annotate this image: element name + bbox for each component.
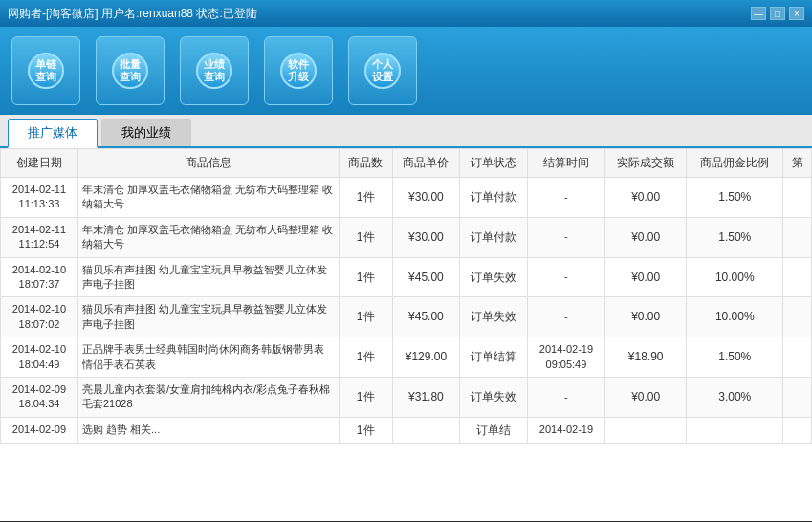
cell-actual-amount — [604, 417, 687, 444]
cell-date: 2014-02-10 18:07:02 — [1, 297, 78, 337]
cell-quantity: 1件 — [339, 337, 392, 378]
cell-status: 订单失效 — [460, 377, 528, 417]
cell-date: 2014-02-11 11:12:54 — [1, 217, 78, 257]
cell-unit-price: ¥30.00 — [392, 178, 460, 218]
cell-unit-price: ¥31.80 — [392, 377, 460, 417]
close-button[interactable]: × — [789, 7, 804, 20]
cell-unit-price: ¥129.00 — [392, 337, 460, 378]
cell-product: 正品牌手表男士经典韩国时尚休闲商务韩版钢带男表 情侣手表石英表 — [77, 337, 339, 378]
cell-commission-ratio: 10.00% — [687, 257, 783, 297]
cell-status: 订单结算 — [460, 337, 528, 378]
cell-settle-time: - — [527, 257, 604, 297]
cell-actual-amount: ¥0.00 — [604, 178, 687, 218]
cell-settle-time: 2014-02-19 09:05:49 — [527, 337, 604, 378]
settings-icon: 个人设置 — [364, 53, 401, 89]
cell-status: 订单失效 — [460, 257, 528, 297]
single-query-icon: 单链查询 — [28, 53, 64, 89]
cell-settle-time: - — [527, 377, 604, 417]
col-quantity: 商品数 — [339, 149, 392, 178]
cell-commission-ratio — [687, 417, 783, 444]
cell-date: 2014-02-10 18:04:49 — [1, 337, 78, 378]
settings-button[interactable]: 个人设置 — [348, 36, 417, 105]
performance-query-button[interactable]: 业绩查询 — [180, 36, 249, 105]
cell-quantity: 1件 — [339, 217, 392, 257]
cell-status: 订单付款 — [460, 217, 528, 257]
cell-actual-amount: ¥0.00 — [604, 377, 687, 417]
batch-query-icon: 批量查询 — [112, 53, 148, 89]
cell-extra — [783, 178, 812, 218]
table-row: 2014-02-09 选购 趋势 相关... 1件 订单结 2014-02-19 — [1, 417, 812, 444]
cell-actual-amount: ¥0.00 — [604, 217, 687, 257]
cell-commission-ratio: 1.50% — [687, 337, 783, 378]
cell-actual-amount: ¥18.90 — [604, 337, 687, 378]
col-unit-price: 商品单价 — [392, 149, 460, 178]
tabs-area: 推广媒体 我的业绩 — [0, 115, 812, 148]
cell-date: 2014-02-11 11:13:33 — [1, 178, 78, 218]
single-query-button[interactable]: 单链查询 — [11, 36, 80, 105]
cell-commission-ratio: 1.50% — [687, 178, 783, 218]
table-row: 2014-02-11 11:13:33 年末清仓 加厚双盖毛衣储物箱盒 无纺布大… — [1, 178, 812, 218]
cell-status: 订单付款 — [460, 178, 528, 218]
cell-settle-time: - — [527, 297, 604, 337]
table-container: 创建日期 商品信息 商品数 商品单价 订单状态 结算时间 实际成交额 商品佣金比… — [0, 148, 812, 521]
cell-unit-price: ¥45.00 — [392, 297, 460, 337]
title-text: 网购者-[淘客微店] 用户名:renxuan88 状态:已登陆 — [8, 6, 257, 22]
cell-unit-price: ¥30.00 — [392, 217, 460, 257]
cell-settle-time: - — [527, 178, 604, 218]
cell-product: 选购 趋势 相关... — [77, 417, 339, 444]
cell-commission-ratio: 3.00% — [687, 377, 783, 417]
cell-product: 猫贝乐有声挂图 幼儿童宝宝玩具早教益智婴儿立体发声电子挂图 — [77, 257, 339, 297]
cell-extra — [783, 257, 812, 297]
cell-extra — [783, 417, 812, 444]
cell-date: 2014-02-09 — [1, 417, 78, 444]
minimize-button[interactable]: — — [751, 7, 766, 20]
col-settle-time: 结算时间 — [527, 149, 604, 178]
cell-settle-time: - — [527, 217, 604, 257]
cell-status: 订单失效 — [460, 297, 528, 337]
tab-promote[interactable]: 推广媒体 — [8, 119, 98, 148]
table-row: 2014-02-10 18:04:49 正品牌手表男士经典韩国时尚休闲商务韩版钢… — [1, 337, 812, 378]
cell-quantity: 1件 — [339, 257, 392, 297]
table-row: 2014-02-11 11:12:54 年末清仓 加厚双盖毛衣储物箱盒 无纺布大… — [1, 217, 812, 257]
cell-status: 订单结 — [460, 417, 528, 444]
col-commission-ratio: 商品佣金比例 — [687, 149, 783, 178]
toolbar: 单链查询 批量查询 业绩查询 软件升级 个人设置 — [0, 27, 812, 115]
cell-quantity: 1件 — [339, 297, 392, 337]
title-bar: 网购者-[淘客微店] 用户名:renxuan88 状态:已登陆 — □ × — [0, 0, 812, 27]
maximize-button[interactable]: □ — [770, 7, 785, 20]
cell-quantity: 1件 — [339, 417, 392, 444]
cell-extra — [783, 297, 812, 337]
cell-quantity: 1件 — [339, 178, 392, 218]
cell-actual-amount: ¥0.00 — [604, 257, 687, 297]
upgrade-button[interactable]: 软件升级 — [264, 36, 333, 105]
cell-product: 亮晨儿童内衣套装/女童肩扣纯棉内衣/彩点兔子春秋棉毛套21028 — [77, 377, 339, 417]
cell-extra — [783, 217, 812, 257]
cell-commission-ratio: 1.50% — [687, 217, 783, 257]
cell-unit-price — [392, 417, 460, 444]
col-status: 订单状态 — [460, 149, 528, 178]
cell-date: 2014-02-09 18:04:34 — [1, 377, 78, 417]
performance-query-icon: 业绩查询 — [196, 53, 232, 89]
col-product: 商品信息 — [77, 149, 339, 178]
col-date: 创建日期 — [1, 149, 78, 178]
table-header-row: 创建日期 商品信息 商品数 商品单价 订单状态 结算时间 实际成交额 商品佣金比… — [1, 149, 812, 178]
table-row: 2014-02-10 18:07:37 猫贝乐有声挂图 幼儿童宝宝玩具早教益智婴… — [1, 257, 812, 297]
col-actual-amount: 实际成交额 — [604, 149, 687, 178]
col-extra: 第 — [783, 149, 812, 178]
cell-settle-time: 2014-02-19 — [527, 417, 604, 444]
data-table: 创建日期 商品信息 商品数 商品单价 订单状态 结算时间 实际成交额 商品佣金比… — [0, 148, 812, 444]
cell-quantity: 1件 — [339, 377, 392, 417]
cell-extra — [783, 377, 812, 417]
cell-product: 年末清仓 加厚双盖毛衣储物箱盒 无纺布大码整理箱 收纳箱大号 — [77, 178, 339, 218]
title-controls[interactable]: — □ × — [751, 7, 804, 20]
upgrade-icon: 软件升级 — [280, 53, 317, 89]
cell-extra — [783, 337, 812, 378]
tab-myperformance[interactable]: 我的业绩 — [101, 119, 191, 146]
table-row: 2014-02-10 18:07:02 猫贝乐有声挂图 幼儿童宝宝玩具早教益智婴… — [1, 297, 812, 337]
cell-date: 2014-02-10 18:07:37 — [1, 257, 78, 297]
batch-query-button[interactable]: 批量查询 — [96, 36, 165, 105]
cell-product: 猫贝乐有声挂图 幼儿童宝宝玩具早教益智婴儿立体发声电子挂图 — [77, 297, 339, 337]
cell-unit-price: ¥45.00 — [392, 257, 460, 297]
cell-commission-ratio: 10.00% — [687, 297, 783, 337]
cell-product: 年末清仓 加厚双盖毛衣储物箱盒 无纺布大码整理箱 收纳箱大号 — [77, 217, 339, 257]
